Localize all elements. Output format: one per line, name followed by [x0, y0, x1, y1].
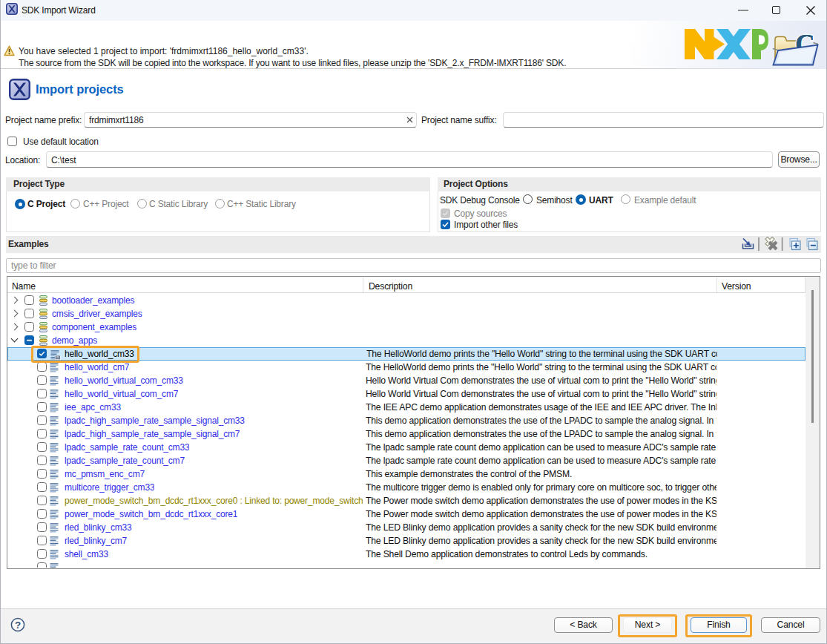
svg-text:?: ? — [15, 620, 21, 631]
